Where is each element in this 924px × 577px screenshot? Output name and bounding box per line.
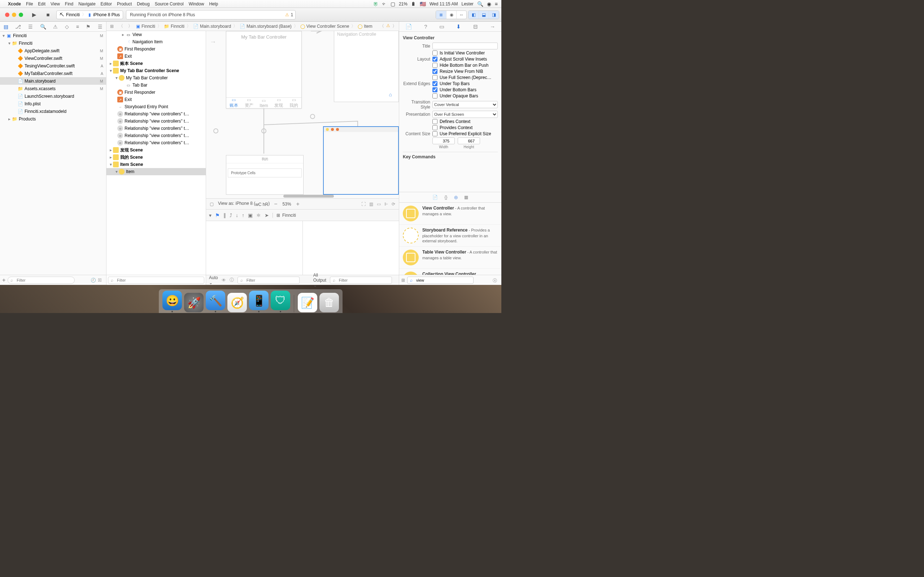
continue-icon[interactable]: ‖	[223, 213, 226, 218]
initial-vc-checkbox[interactable]	[432, 50, 438, 56]
connections-inspector-icon[interactable]: →	[490, 23, 495, 29]
code-snippet-icon[interactable]: {}	[444, 195, 447, 200]
library-view-toggle-icon[interactable]: ⊞	[401, 278, 405, 283]
file-Main.storyboard[interactable]: 📄Main.storyboardM	[0, 77, 106, 85]
menu-file[interactable]: File	[26, 2, 33, 6]
app-menu[interactable]: Xcode	[8, 2, 21, 6]
dock-launchpad[interactable]: 🚀	[184, 293, 204, 312]
standard-editor-icon[interactable]: ≣	[436, 11, 446, 19]
step-over-icon[interactable]: ⤴	[229, 213, 232, 218]
menu-find[interactable]: Find	[65, 2, 73, 6]
help-inspector-icon[interactable]: ?	[424, 23, 427, 29]
media-library-icon[interactable]: ▦	[464, 195, 468, 200]
dock-finder[interactable]: 😀	[162, 291, 182, 310]
console-view[interactable]	[303, 221, 399, 275]
menu-debug[interactable]: Debug	[137, 2, 149, 6]
embed-icon[interactable]: ▥	[369, 201, 373, 206]
dock-textedit[interactable]: 📝	[298, 293, 317, 312]
menu-editor[interactable]: Editor	[101, 2, 112, 6]
library-item-3[interactable]: Collection View Controller	[399, 269, 501, 275]
source-control-nav-icon[interactable]: ⎇	[15, 24, 21, 29]
file-ViewController.swift[interactable]: 🔶ViewController.swiftM	[0, 55, 106, 62]
variables-filter-input[interactable]	[237, 277, 300, 284]
scheme-selector[interactable]: ⛏ Finnciti 〉 ▮ iPhone 8 Plus	[56, 10, 123, 19]
debug-target[interactable]: ⊞ Finnciti	[273, 213, 296, 218]
library-item-2[interactable]: Table View Controller - A controller tha…	[399, 247, 501, 269]
quicklook-icon[interactable]: 👁	[221, 278, 226, 283]
file-TesingViewController.swift[interactable]: 🔶TesingViewController.swiftA	[0, 62, 106, 69]
report-nav-icon[interactable]: ☰	[98, 24, 102, 29]
project-root[interactable]: ▾▣ FinncitiM	[0, 32, 106, 39]
issue-nav-icon[interactable]: ⚠	[53, 24, 58, 29]
console-scope[interactable]: All Output ⌄	[313, 272, 326, 288]
canvas-option-icon[interactable]: ⛶	[361, 201, 366, 206]
resolve-icon[interactable]: ⟳	[392, 201, 395, 206]
spotlight-icon[interactable]: 🔍	[477, 1, 483, 7]
toggle-outline-icon[interactable]: ▢	[210, 201, 214, 206]
menu-navigate[interactable]: Navigate	[78, 2, 95, 6]
scene-item-selected[interactable]	[323, 126, 399, 195]
notification-center-icon[interactable]: ≡	[495, 1, 498, 7]
clear-search-icon[interactable]: ⓧ	[493, 278, 497, 284]
size-inspector-icon[interactable]: ⊟	[473, 23, 478, 30]
file-Info.plist[interactable]: 📄Info.plist	[0, 100, 106, 108]
variables-scope[interactable]: Auto ⌄	[209, 275, 218, 285]
jump-bar[interactable]: ⊞ 〈 〉 ▣Finnciti〉 📁Finnciti〉 📄Main.storyb…	[107, 22, 399, 31]
file-MyTabBarController.swift[interactable]: 🔶MyTabBarController.swiftA	[0, 69, 106, 77]
project-nav-icon[interactable]: ▤	[3, 24, 8, 29]
zoom-level[interactable]: 53%	[283, 201, 291, 206]
menubar-clock[interactable]: Wed 11:15 AM	[430, 2, 458, 6]
activity-status[interactable]: Running Finnciti on iPhone 8 Plus ⚠ 1	[126, 10, 296, 19]
breakpoints-toggle-icon[interactable]: ⚑	[215, 213, 220, 218]
horizontal-scrollbar[interactable]	[283, 195, 334, 198]
airplay-icon[interactable]: ▢	[391, 1, 395, 7]
step-out-icon[interactable]: ↑	[242, 213, 244, 218]
breakpoint-nav-icon[interactable]: ⚑	[86, 24, 90, 29]
jump-prev-icon[interactable]: 〈	[380, 23, 384, 29]
identity-inspector-icon[interactable]: ▭	[439, 23, 444, 30]
object-library-icon[interactable]: ◎	[454, 195, 458, 200]
menu-source-control[interactable]: Source Control	[155, 2, 184, 6]
zoom-in-button[interactable]: +	[296, 201, 300, 207]
file-LaunchScreen.storyboard[interactable]: 📄LaunchScreen.storyboard	[0, 92, 106, 100]
hide-debug-icon[interactable]: ▾	[209, 213, 212, 218]
attributes-inspector-icon[interactable]: ⬇	[456, 23, 461, 30]
jump-next-icon[interactable]: 〉	[393, 23, 397, 29]
memory-graph-icon[interactable]: ⚛	[256, 213, 261, 218]
width-input[interactable]	[432, 137, 455, 144]
file-AppDelegate.swift[interactable]: 🔶AppDelegate.swiftM	[0, 47, 106, 55]
dock-safari[interactable]: 🧭	[228, 293, 247, 312]
title-input[interactable]	[432, 43, 498, 49]
stop-button[interactable]: ■	[43, 10, 53, 19]
view-hierarchy-icon[interactable]: ▣	[248, 213, 253, 218]
jump-warning-icon[interactable]: ⚠	[386, 23, 390, 29]
outline-filter-input[interactable]	[108, 277, 204, 284]
menu-help[interactable]: Help	[209, 2, 218, 6]
navigator-filter-input[interactable]	[8, 277, 75, 284]
menu-edit[interactable]: Edit	[38, 2, 45, 6]
scm-filter-icon[interactable]: ☒	[98, 278, 102, 283]
siri-icon[interactable]: ◉	[487, 1, 491, 7]
wifi-icon[interactable]: ᯤ	[382, 1, 387, 7]
file-template-icon[interactable]: 📄	[432, 195, 438, 200]
object-library-list[interactable]: View Controller - A controller that mana…	[399, 203, 501, 275]
related-items-icon[interactable]: ⊞	[109, 24, 115, 29]
view-as-label[interactable]: View as: iPhone 8 (wC hR)	[218, 201, 270, 207]
under-top-checkbox[interactable]	[432, 81, 438, 86]
variables-view[interactable]	[206, 221, 303, 275]
fullscreen-checkbox[interactable]	[432, 75, 438, 80]
under-opaque-checkbox[interactable]	[432, 93, 438, 98]
scene-navigation-controller[interactable]: Navigation Controlle ⌂	[334, 31, 399, 102]
menu-product[interactable]: Product	[117, 2, 132, 6]
test-nav-icon[interactable]: ◇	[65, 24, 69, 29]
shield-status-icon[interactable]: ⛨	[373, 1, 378, 7]
file-Finnciti.xcdatamodeld[interactable]: 📄Finnciti.xcdatamodeld	[0, 108, 106, 115]
under-bottom-checkbox[interactable]	[432, 87, 438, 92]
step-into-icon[interactable]: ↓	[236, 213, 238, 218]
zoom-button[interactable]	[19, 13, 23, 17]
version-editor-icon[interactable]: ↔	[456, 11, 466, 19]
group-finnciti[interactable]: ▾📁 Finnciti	[0, 39, 106, 47]
scene-tableview[interactable]: 我的 Prototype Cells	[226, 155, 304, 195]
menu-view[interactable]: View	[50, 2, 60, 6]
project-navigator-tree[interactable]: ▾▣ FinncitiM ▾📁 Finnciti 🔶AppDelegate.sw…	[0, 32, 106, 275]
